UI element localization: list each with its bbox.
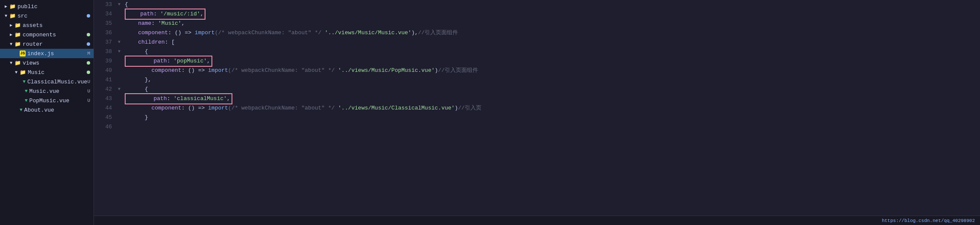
code-line: path: '/music/:id', [125,9,980,19]
vue-icon: ▼ [23,79,26,84]
sidebar-item-pop-music[interactable]: ▼PopMusic.vueU [0,96,94,105]
js-icon: JS [20,50,26,56]
code-editor: 3334353637383940414243444546 ▼▼▼▼ { path… [94,0,980,225]
sidebar-label: public [18,3,38,10]
line-number: 42 [94,85,112,94]
line-number: 45 [94,113,112,122]
sidebar-item-public[interactable]: ▶📁public [0,2,94,11]
code-token: path [127,95,167,102]
code-token: , [200,11,204,17]
code-token: (/* webpackChunkName: "about" */ [228,66,335,75]
line-number: 35 [94,19,112,28]
code-token: : [153,11,160,17]
sidebar-label: About.vue [24,107,54,113]
fold-arrow [115,94,123,104]
vue-icon: ▼ [25,89,28,94]
sidebar-item-about-vue[interactable]: ▼About.vue [0,105,94,115]
folder-icon: 📁 [15,60,21,66]
sidebar-item-components[interactable]: ▶📁components [0,30,94,39]
code-line: { [125,47,980,56]
file-badge: U [87,79,90,84]
code-token: (/* webpackChunkName: "about" */ [228,104,335,113]
sidebar-item-music-folder[interactable]: ▼📁Music [0,68,94,77]
highlight-box: path: 'classicalMusic', [125,93,232,104]
sidebar-label: src [18,13,27,19]
line-number: 39 [94,56,112,66]
sidebar-item-views[interactable]: ▼📁views [0,58,94,68]
folder-icon: 📁 [20,69,26,76]
fold-arrow [115,56,123,66]
vue-icon: ▼ [20,107,23,112]
sidebar-item-router[interactable]: ▼📁router [0,39,94,49]
dot-badge [87,71,90,74]
code-token: : [151,19,158,28]
line-number: 46 [94,122,112,132]
file-explorer: ▶📁public▼📁src▶📁assets▶📁components▼📁route… [0,0,94,225]
chevron-icon: ▶ [9,32,14,37]
line-number: 37 [94,38,112,47]
sidebar-label: Music [28,69,44,76]
status-bar: https://blog.csdn.net/qq_40298902 [94,216,980,225]
sidebar-item-assets[interactable]: ▶📁assets [0,21,94,30]
folder-icon: 📁 [9,13,16,19]
highlight-box: path: '/music/:id', [125,9,205,20]
code-line: component: () => import(/* webpackChunkN… [125,104,980,113]
sidebar-label: views [23,60,39,66]
code-token: } [125,113,148,122]
line-number: 38 [94,47,112,56]
code-token: { [125,0,128,9]
code-token: import [205,66,228,75]
chevron-icon: ▼ [9,60,14,65]
code-line: path: 'popMusic', [125,56,980,66]
code-token: //引入页面组件 [418,28,458,38]
code-token: , [207,58,210,64]
sidebar-item-index-js[interactable]: JSindex.jsM [0,49,94,58]
code-token: 'popMusic' [173,58,207,64]
fold-arrow: ▼ [115,0,123,9]
sidebar-label: ClassicalMusic.vue [27,79,87,85]
fold-arrow [115,113,123,122]
folder-icon: 📁 [15,22,21,29]
code-token: '../views/Music/PopMusic.vue' [334,66,434,75]
code-line: { [125,85,980,94]
chevron-icon: ▼ [9,41,14,47]
code-token: (/* webpackChunkName: "about" */ [215,28,322,38]
code-content: { path: '/music/:id', name: 'Music', com… [123,0,980,216]
code-token: name [125,19,151,28]
status-link[interactable]: https://blog.csdn.net/qq_40298902 [882,218,975,223]
chevron-icon: ▶ [3,4,9,9]
code-line [125,122,980,132]
line-numbers: 3334353637383940414243444546 [94,0,115,216]
code-token: '/music/:id' [160,11,200,17]
code-token: '../views/Music/Music.vue' [321,28,411,38]
folder-icon: 📁 [9,3,16,10]
code-line: }, [125,75,980,85]
sidebar-label: PopMusic.vue [29,98,70,104]
code-token: children [125,38,165,47]
fold-arrow [115,28,123,38]
dot-badge [87,42,90,46]
code-token: '../views/Music/ClassicalMusic.vue' [334,104,455,113]
sidebar-label: index.js [27,50,54,57]
code-line: component: () => import(/* webpackChunkN… [125,28,980,38]
code-token: , [182,19,185,28]
code-line: { [125,0,980,9]
code-token: { [125,47,148,56]
code-token: : [167,95,174,102]
code-token: component [125,104,182,113]
code-token: ) [455,104,458,113]
line-number: 33 [94,0,112,9]
code-token: //引入页面组件 [438,66,478,75]
highlight-box: path: 'popMusic', [125,56,212,67]
fold-arrow [115,75,123,85]
code-token: ) [435,66,438,75]
code-token: : [167,58,174,64]
code-token: //引入页 [458,104,481,113]
fold-arrow: ▼ [115,47,123,56]
dot-badge [87,14,90,18]
sidebar-label: Music.vue [29,88,59,95]
sidebar-item-src[interactable]: ▼📁src [0,11,94,21]
sidebar-item-music-vue[interactable]: ▼Music.vueU [0,86,94,96]
sidebar-item-classical-music[interactable]: ▼ClassicalMusic.vueU [0,77,94,86]
code-token: path [127,58,167,64]
